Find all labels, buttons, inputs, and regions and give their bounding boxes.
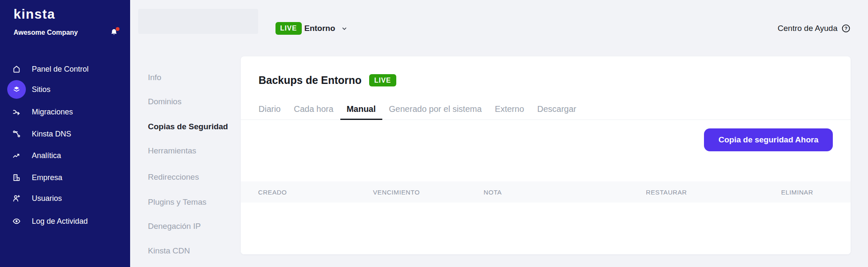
users-icon [7,189,26,208]
activity-icon [7,212,26,231]
title-live-badge: LIVE [369,74,396,86]
backups-tabs: Diario Cada hora Manual Generado por el … [241,99,851,120]
notification-dot [116,27,120,31]
tab-externo[interactable]: Externo [495,99,524,120]
environment-label: Entorno [304,24,335,33]
sidebar-item-label: Kinsta DNS [32,130,71,139]
company-name: Awesome Company [14,29,78,36]
help-center-link[interactable]: Centro de Ayuda ? [778,22,851,35]
subnav-item-plugins-y-temas[interactable]: Plugins y Temas [148,196,206,209]
sidebar-item-label: Empresa [32,173,62,182]
sidebar-item-label: Sitios [32,85,50,94]
subnav-item-copias-de-seguridad[interactable]: Copias de Seguridad [148,120,228,133]
tab-descargar[interactable]: Descargar [537,99,576,120]
sidebar-item-kinsta-dns[interactable]: Kinsta DNS [0,125,130,143]
subnav-item-herramientas[interactable]: Herramientas [148,145,196,157]
column-header-eliminar: ELIMINAR [781,181,813,203]
company-icon [7,168,26,187]
mykinsta-app: kinsta Awesome Company Panel de Control … [0,0,868,267]
tab-manual[interactable]: Manual [347,99,376,120]
column-header-nota: NOTA [484,181,502,203]
column-header-restaurar: RESTAURAR [646,181,687,203]
analytics-icon [7,146,26,165]
sidebar-item-label: Analítica [32,151,61,160]
sidebar-item-panel-de-control[interactable]: Panel de Control [0,60,130,78]
tab-diario[interactable]: Diario [259,99,281,120]
card-title-row: Backups de Entorno LIVE [259,74,396,86]
notifications-bell-icon[interactable] [109,28,119,37]
sidebar-item-empresa[interactable]: Empresa [0,168,130,187]
site-name-skeleton [138,9,258,34]
sidebar-item-label: Migraciones [32,108,73,117]
subnav-item-info[interactable]: Info [148,71,161,84]
sidebar-item-label: Log de Actividad [32,217,88,226]
environment-live-badge: LIVE [275,22,302,35]
sidebar-item-label: Usuarios [32,194,62,203]
svg-text:?: ? [845,26,848,31]
sidebar-item-sitios[interactable]: Sitios [0,80,130,99]
chevron-down-icon [341,25,348,32]
sidebar-item-usuarios[interactable]: Usuarios [0,189,130,208]
migrations-icon [7,103,26,121]
subnav-item-kinsta-cdn[interactable]: Kinsta CDN [148,245,190,257]
column-header-creado: CREADO [258,181,287,203]
environment-selector[interactable]: Entorno [304,22,348,35]
backups-table-header: CREADO VENCIMIENTO NOTA RESTAURAR ELIMIN… [241,181,851,203]
backups-card: Backups de Entorno LIVE Diario Cada hora… [241,56,851,254]
column-header-vencimiento: VENCIMIENTO [373,181,420,203]
site-subnav: Info Dominios Copias de Seguridad Herram… [130,0,241,267]
help-center-label: Centro de Ayuda [778,24,837,33]
subnav-item-dominios[interactable]: Dominios [148,95,181,108]
sidebar-item-analitica[interactable]: Analítica [0,146,130,165]
page-title: Backups de Entorno [259,74,362,86]
help-question-icon: ? [841,24,851,33]
dns-icon [7,125,26,143]
company-row: Awesome Company [14,28,119,37]
main-sidebar: kinsta Awesome Company Panel de Control … [0,0,130,267]
sites-icon [7,80,26,99]
tab-cada-hora[interactable]: Cada hora [294,99,333,120]
sidebar-item-log-de-actividad[interactable]: Log de Actividad [0,212,130,231]
kinsta-logo: kinsta [14,7,56,22]
sidebar-item-migraciones[interactable]: Migraciones [0,103,130,121]
tab-generado-por-el-sistema[interactable]: Generado por el sistema [389,99,482,120]
backups-table-body-empty [241,203,851,254]
subnav-item-redirecciones[interactable]: Redirecciones [148,171,199,184]
subnav-item-denegacion-ip[interactable]: Denegación IP [148,220,201,233]
sidebar-item-label: Panel de Control [32,65,89,74]
backup-now-button[interactable]: Copia de seguridad Ahora [704,128,833,151]
home-icon [7,60,26,78]
